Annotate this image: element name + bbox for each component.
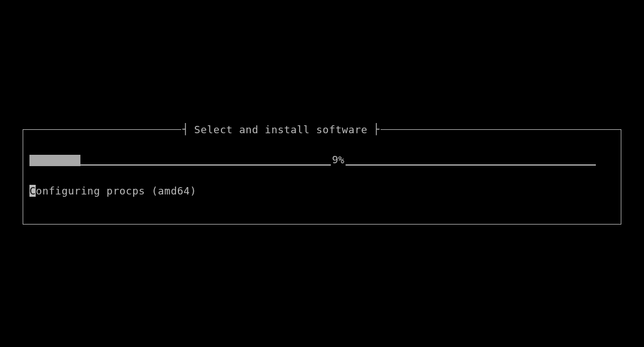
status-text: Configuring procps (amd64) [29,185,197,197]
progress-bar-fill [29,155,80,166]
progress-percent-label: 9% [331,154,346,166]
status-text-rest: onfiguring procps (amd64) [36,185,196,197]
installer-dialog [23,129,621,225]
cursor-block: C [29,185,36,197]
progress-bar-track: 9% [80,164,596,166]
progress-bar-container: 9% [29,155,596,166]
